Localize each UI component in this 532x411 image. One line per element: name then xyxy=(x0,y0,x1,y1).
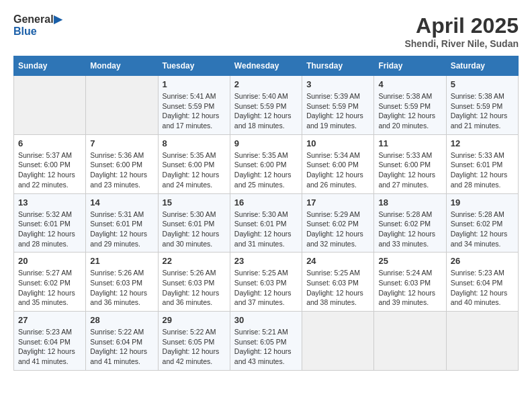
day-sunset: Sunset: 6:01 PM xyxy=(90,220,142,228)
day-sunrise: Sunrise: 5:35 AM xyxy=(234,151,288,159)
calendar-week-row: 6 Sunrise: 5:37 AM Sunset: 6:00 PM Dayli… xyxy=(14,134,519,193)
day-sunset: Sunset: 6:04 PM xyxy=(451,279,503,287)
day-sunset: Sunset: 5:59 PM xyxy=(163,102,215,110)
calendar-cell: 8 Sunrise: 5:35 AM Sunset: 6:00 PM Dayli… xyxy=(158,134,230,193)
day-daylight: Daylight: 12 hours and 36 minutes. xyxy=(90,289,147,307)
weekday-header-row: SundayMondayTuesdayWednesdayThursdayFrid… xyxy=(14,56,519,76)
day-sunrise: Sunrise: 5:24 AM xyxy=(378,269,432,277)
day-daylight: Daylight: 12 hours and 19 minutes. xyxy=(306,111,363,130)
calendar-cell: 11 Sunrise: 5:33 AM Sunset: 6:00 PM Dayl… xyxy=(374,134,446,193)
calendar-cell: 21 Sunrise: 5:26 AM Sunset: 6:03 PM Dayl… xyxy=(86,253,158,312)
day-sunset: Sunset: 6:04 PM xyxy=(18,338,71,346)
day-sunrise: Sunrise: 5:22 AM xyxy=(90,328,144,336)
page-title: April 2025 xyxy=(404,13,519,38)
day-sunrise: Sunrise: 5:38 AM xyxy=(378,92,432,100)
day-number: 26 xyxy=(451,256,514,266)
day-sunrise: Sunrise: 5:21 AM xyxy=(234,328,288,336)
day-sunrise: Sunrise: 5:22 AM xyxy=(163,328,216,336)
day-sunrise: Sunrise: 5:32 AM xyxy=(18,210,72,218)
day-daylight: Daylight: 12 hours and 43 minutes. xyxy=(234,347,292,365)
day-sunset: Sunset: 6:00 PM xyxy=(90,161,142,169)
weekday-header-saturday: Saturday xyxy=(446,56,518,76)
weekday-header-tuesday: Tuesday xyxy=(158,56,230,76)
day-sunrise: Sunrise: 5:27 AM xyxy=(18,269,72,277)
day-daylight: Daylight: 12 hours and 39 minutes. xyxy=(378,289,435,307)
day-sunset: Sunset: 6:01 PM xyxy=(163,220,215,228)
day-daylight: Daylight: 12 hours and 25 minutes. xyxy=(234,171,292,189)
calendar-cell: 10 Sunrise: 5:34 AM Sunset: 6:00 PM Dayl… xyxy=(302,134,374,193)
day-daylight: Daylight: 12 hours and 20 minutes. xyxy=(378,111,435,130)
day-daylight: Daylight: 12 hours and 29 minutes. xyxy=(90,230,147,248)
day-sunset: Sunset: 6:03 PM xyxy=(163,279,215,287)
day-sunset: Sunset: 6:03 PM xyxy=(90,279,142,287)
calendar-cell: 22 Sunrise: 5:26 AM Sunset: 6:03 PM Dayl… xyxy=(158,253,230,312)
day-sunrise: Sunrise: 5:25 AM xyxy=(234,269,288,277)
day-number: 22 xyxy=(163,256,226,266)
calendar-cell xyxy=(14,76,86,135)
day-sunset: Sunset: 6:04 PM xyxy=(90,338,142,346)
day-number: 30 xyxy=(234,315,298,325)
logo-general: General▶ xyxy=(13,13,62,26)
day-daylight: Daylight: 12 hours and 17 minutes. xyxy=(163,111,220,130)
day-number: 29 xyxy=(163,315,226,325)
calendar-cell: 9 Sunrise: 5:35 AM Sunset: 6:00 PM Dayli… xyxy=(230,134,302,193)
day-number: 7 xyxy=(90,138,153,148)
calendar-week-row: 20 Sunrise: 5:27 AM Sunset: 6:02 PM Dayl… xyxy=(14,253,519,312)
weekday-header-friday: Friday xyxy=(374,56,446,76)
day-sunrise: Sunrise: 5:26 AM xyxy=(90,269,144,277)
day-sunset: Sunset: 6:02 PM xyxy=(378,220,431,228)
day-sunset: Sunset: 5:59 PM xyxy=(378,102,431,110)
day-number: 18 xyxy=(378,197,441,208)
day-sunrise: Sunrise: 5:28 AM xyxy=(378,210,432,218)
calendar-cell: 12 Sunrise: 5:33 AM Sunset: 6:01 PM Dayl… xyxy=(446,134,518,193)
day-sunset: Sunset: 6:00 PM xyxy=(163,161,215,169)
day-daylight: Daylight: 12 hours and 41 minutes. xyxy=(90,347,147,365)
day-sunrise: Sunrise: 5:23 AM xyxy=(451,269,504,277)
day-number: 17 xyxy=(306,197,369,208)
day-number: 15 xyxy=(163,197,226,208)
day-sunset: Sunset: 6:02 PM xyxy=(451,220,503,228)
day-number: 20 xyxy=(18,256,81,266)
day-sunset: Sunset: 6:02 PM xyxy=(306,220,359,228)
day-sunrise: Sunrise: 5:28 AM xyxy=(451,210,504,218)
day-sunset: Sunset: 6:02 PM xyxy=(18,279,71,287)
weekday-header-monday: Monday xyxy=(86,56,158,76)
day-sunset: Sunset: 6:05 PM xyxy=(234,338,287,346)
day-number: 27 xyxy=(18,315,81,325)
calendar-cell xyxy=(374,312,446,371)
day-daylight: Daylight: 12 hours and 21 minutes. xyxy=(451,111,508,130)
day-daylight: Daylight: 12 hours and 31 minutes. xyxy=(234,230,292,248)
day-daylight: Daylight: 12 hours and 28 minutes. xyxy=(18,230,75,248)
calendar-cell: 6 Sunrise: 5:37 AM Sunset: 6:00 PM Dayli… xyxy=(14,134,86,193)
calendar-cell: 26 Sunrise: 5:23 AM Sunset: 6:04 PM Dayl… xyxy=(446,253,518,312)
day-sunset: Sunset: 6:00 PM xyxy=(306,161,359,169)
day-daylight: Daylight: 12 hours and 34 minutes. xyxy=(451,230,508,248)
day-daylight: Daylight: 12 hours and 36 minutes. xyxy=(163,289,220,307)
day-number: 11 xyxy=(378,138,441,148)
day-number: 19 xyxy=(451,197,514,208)
day-daylight: Daylight: 12 hours and 18 minutes. xyxy=(234,111,292,130)
day-daylight: Daylight: 12 hours and 35 minutes. xyxy=(18,289,75,307)
day-sunrise: Sunrise: 5:25 AM xyxy=(306,269,360,277)
logo: General▶ Blue xyxy=(13,13,62,37)
calendar-cell: 30 Sunrise: 5:21 AM Sunset: 6:05 PM Dayl… xyxy=(230,312,302,371)
day-sunrise: Sunrise: 5:41 AM xyxy=(163,92,216,100)
day-sunrise: Sunrise: 5:31 AM xyxy=(90,210,144,218)
calendar-cell: 23 Sunrise: 5:25 AM Sunset: 6:03 PM Dayl… xyxy=(230,253,302,312)
day-sunset: Sunset: 6:00 PM xyxy=(234,161,287,169)
calendar-cell: 2 Sunrise: 5:40 AM Sunset: 5:59 PM Dayli… xyxy=(230,76,302,135)
day-sunrise: Sunrise: 5:30 AM xyxy=(234,210,288,218)
calendar-cell: 17 Sunrise: 5:29 AM Sunset: 6:02 PM Dayl… xyxy=(302,193,374,253)
day-sunset: Sunset: 6:01 PM xyxy=(18,220,71,228)
day-sunrise: Sunrise: 5:33 AM xyxy=(378,151,432,159)
day-number: 14 xyxy=(90,197,153,208)
day-daylight: Daylight: 12 hours and 24 minutes. xyxy=(163,171,220,189)
calendar-cell: 20 Sunrise: 5:27 AM Sunset: 6:02 PM Dayl… xyxy=(14,253,86,312)
day-daylight: Daylight: 12 hours and 28 minutes. xyxy=(451,171,508,189)
day-number: 16 xyxy=(234,197,298,208)
day-number: 6 xyxy=(18,138,81,148)
day-daylight: Daylight: 12 hours and 42 minutes. xyxy=(163,347,220,365)
day-number: 5 xyxy=(451,79,514,89)
logo-blue: Blue xyxy=(13,26,62,38)
day-sunset: Sunset: 6:05 PM xyxy=(163,338,215,346)
